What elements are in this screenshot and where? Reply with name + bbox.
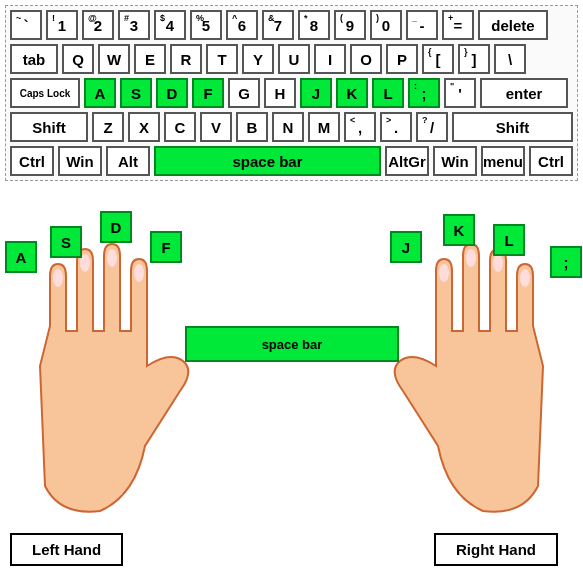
key-'[interactable]: "' bbox=[444, 78, 476, 108]
key-win-l[interactable]: Win bbox=[58, 146, 102, 176]
key-8[interactable]: *8 bbox=[298, 10, 330, 40]
right-hand-label: Right Hand bbox=[434, 533, 558, 566]
finger-key-D: D bbox=[100, 211, 132, 243]
key-shift-l[interactable]: Shift bbox=[10, 112, 88, 142]
key-altgr[interactable]: AltGr bbox=[385, 146, 429, 176]
key-][interactable]: }] bbox=[458, 44, 490, 74]
key-;[interactable]: :; bbox=[408, 78, 440, 108]
key-1[interactable]: !1 bbox=[46, 10, 78, 40]
key-tab[interactable]: tab bbox=[10, 44, 58, 74]
svg-point-7 bbox=[439, 264, 449, 282]
finger-key-;: ; bbox=[550, 246, 582, 278]
key-X[interactable]: X bbox=[128, 112, 160, 142]
hands-diagram: ASDFJKL; space bar Left Hand Right Hand bbox=[5, 196, 578, 566]
key-9[interactable]: (9 bbox=[334, 10, 366, 40]
key-shift-r[interactable]: Shift bbox=[452, 112, 573, 142]
key-Z[interactable]: Z bbox=[92, 112, 124, 142]
key-6[interactable]: ^6 bbox=[226, 10, 258, 40]
key-/[interactable]: ?/ bbox=[416, 112, 448, 142]
svg-point-6 bbox=[466, 249, 476, 267]
keyboard: ~`!1@2#3$4%5^6&7*8(9)0_-+=delete tabQWER… bbox=[5, 5, 578, 181]
key-E[interactable]: E bbox=[134, 44, 166, 74]
key-0[interactable]: )0 bbox=[370, 10, 402, 40]
key--[interactable]: _- bbox=[406, 10, 438, 40]
key-S[interactable]: S bbox=[120, 78, 152, 108]
key-menu[interactable]: menu bbox=[481, 146, 525, 176]
key-3[interactable]: #3 bbox=[118, 10, 150, 40]
key-F[interactable]: F bbox=[192, 78, 224, 108]
key-L[interactable]: L bbox=[372, 78, 404, 108]
key-win-r[interactable]: Win bbox=[433, 146, 477, 176]
key-M[interactable]: M bbox=[308, 112, 340, 142]
key-.[interactable]: >. bbox=[380, 112, 412, 142]
key-`[interactable]: ~` bbox=[10, 10, 42, 40]
finger-key-J: J bbox=[390, 231, 422, 263]
key-5[interactable]: %5 bbox=[190, 10, 222, 40]
key-B[interactable]: B bbox=[236, 112, 268, 142]
svg-point-5 bbox=[493, 254, 503, 272]
key-O[interactable]: O bbox=[350, 44, 382, 74]
key-2[interactable]: @2 bbox=[82, 10, 114, 40]
finger-key-S: S bbox=[50, 226, 82, 258]
key-A[interactable]: A bbox=[84, 78, 116, 108]
key-D[interactable]: D bbox=[156, 78, 188, 108]
left-hand-label: Left Hand bbox=[10, 533, 123, 566]
finger-key-A: A bbox=[5, 241, 37, 273]
key-H[interactable]: H bbox=[264, 78, 296, 108]
key-space[interactable]: space bar bbox=[154, 146, 381, 176]
right-hand-icon bbox=[378, 236, 578, 536]
key-=[interactable]: += bbox=[442, 10, 474, 40]
key-G[interactable]: G bbox=[228, 78, 260, 108]
finger-key-L: L bbox=[493, 224, 525, 256]
key-enter[interactable]: enter bbox=[480, 78, 568, 108]
finger-key-F: F bbox=[150, 231, 182, 263]
left-hand-icon bbox=[5, 236, 205, 536]
key-J[interactable]: J bbox=[300, 78, 332, 108]
key-alt[interactable]: Alt bbox=[106, 146, 150, 176]
key-R[interactable]: R bbox=[170, 44, 202, 74]
key-T[interactable]: T bbox=[206, 44, 238, 74]
svg-point-4 bbox=[520, 269, 530, 287]
key-W[interactable]: W bbox=[98, 44, 130, 74]
finger-key-K: K bbox=[443, 214, 475, 246]
key-delete[interactable]: delete bbox=[478, 10, 548, 40]
key-ctrl-l[interactable]: Ctrl bbox=[10, 146, 54, 176]
key-4[interactable]: $4 bbox=[154, 10, 186, 40]
key-ctrl-r[interactable]: Ctrl bbox=[529, 146, 573, 176]
spacebar-indicator: space bar bbox=[185, 326, 399, 362]
key-7[interactable]: &7 bbox=[262, 10, 294, 40]
key-V[interactable]: V bbox=[200, 112, 232, 142]
key-Q[interactable]: Q bbox=[62, 44, 94, 74]
svg-point-0 bbox=[53, 269, 63, 287]
svg-point-3 bbox=[134, 264, 144, 282]
svg-point-2 bbox=[107, 249, 117, 267]
key-I[interactable]: I bbox=[314, 44, 346, 74]
key-,[interactable]: <, bbox=[344, 112, 376, 142]
key-backslash[interactable]: \ bbox=[494, 44, 526, 74]
key-N[interactable]: N bbox=[272, 112, 304, 142]
key-K[interactable]: K bbox=[336, 78, 368, 108]
key-[[interactable]: {[ bbox=[422, 44, 454, 74]
key-capslock[interactable]: Caps Lock bbox=[10, 78, 80, 108]
key-Y[interactable]: Y bbox=[242, 44, 274, 74]
key-P[interactable]: P bbox=[386, 44, 418, 74]
key-C[interactable]: C bbox=[164, 112, 196, 142]
key-U[interactable]: U bbox=[278, 44, 310, 74]
